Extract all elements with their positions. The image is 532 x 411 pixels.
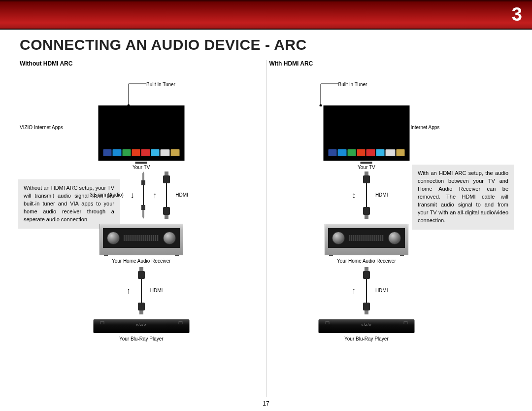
svg-rect-4 [141, 180, 145, 185]
column-with-arc: With HDMI ARC Built-in Tuner VIZIO Inter… [269, 60, 513, 397]
label-receiver: Your Home Audio Receiver [112, 258, 171, 264]
column-without-arc: Without HDMI ARC Built-in Tuner VIZIO In… [20, 60, 263, 397]
bluray-logo: vizio [361, 322, 371, 327]
svg-rect-14 [139, 267, 143, 271]
page-number: 17 [263, 400, 269, 407]
hdmi-cable-icon [361, 171, 372, 219]
label-bluray: Your Blu-Ray Player [119, 336, 164, 342]
arrow-up-icon: ↑ [153, 191, 157, 200]
arrow-down-icon: ↓ [130, 191, 134, 200]
svg-rect-30 [365, 310, 368, 314]
cable-hdmi-arc: ↕ HDMI [361, 171, 372, 219]
label-hdmi: HDMI [150, 288, 163, 293]
svg-rect-10 [163, 175, 170, 183]
svg-rect-25 [365, 215, 368, 219]
label-35mm: 3.5 mm (Audio) [90, 192, 123, 198]
diagram-right: Built-in Tuner VIZIO Internet Apps Your … [269, 72, 513, 397]
receiver-buttons [124, 235, 159, 241]
diagram-left: Built-in Tuner VIZIO Internet Apps [20, 72, 263, 397]
app-chip [151, 149, 159, 156]
knob-icon [107, 232, 120, 244]
cable-35mm: ↓ 3.5 mm (Audio) [139, 171, 148, 219]
label-your-tv: Your TV [358, 165, 375, 170]
app-chip [171, 149, 179, 156]
arrow-updown-icon: ↕ [352, 191, 356, 200]
app-chip [132, 149, 140, 156]
app-chip [113, 149, 121, 156]
info-textbox-right: With an HDMI ARC setup, the audio connec… [412, 165, 514, 230]
svg-rect-2 [142, 173, 144, 180]
header-banner: 3 [0, 0, 532, 30]
label-hdmi: HDMI [375, 192, 388, 198]
app-dock [103, 149, 179, 157]
svg-rect-21 [365, 171, 368, 175]
callout-builtin-tuner: Built-in Tuner [146, 82, 175, 87]
bluray-port [178, 321, 182, 324]
cable-group-tv-receiver: ↕ HDMI [361, 171, 372, 219]
subheading-left: Without HDMI ARC [20, 60, 263, 67]
svg-rect-12 [163, 207, 170, 215]
callout-label: VIZIO Internet Apps [20, 125, 63, 130]
svg-rect-6 [141, 205, 145, 210]
hdmi-cable-icon [361, 267, 372, 314]
cable-group-receiver-bluray: ↑ HDMI [361, 267, 372, 314]
bluray-port [100, 321, 104, 324]
callout-builtin-tuner: Built-in Tuner [338, 82, 367, 87]
svg-point-19 [319, 104, 322, 107]
app-dock [328, 149, 404, 157]
column-divider [266, 60, 266, 397]
receiver-graphic [100, 224, 183, 255]
label-receiver: Your Home Audio Receiver [337, 258, 396, 264]
callout-label: Built-in Tuner [146, 82, 175, 87]
hdmi-cable-icon [161, 171, 172, 219]
svg-rect-18 [139, 310, 143, 314]
svg-rect-9 [165, 171, 168, 175]
label-your-tv: Your TV [133, 165, 150, 170]
svg-rect-24 [363, 207, 370, 215]
app-chip [103, 149, 111, 156]
svg-rect-17 [138, 303, 145, 310]
arrow-up-icon: ↑ [352, 287, 356, 295]
app-chip [122, 149, 131, 156]
cable-group-receiver-bluray: ↑ HDMI [135, 267, 147, 314]
cable-group-tv-receiver: ↓ 3.5 mm (Audio) ↑ HDMI [139, 171, 172, 219]
bluray-logo: vizio [136, 322, 146, 327]
cable-hdmi: ↑ HDMI [135, 267, 147, 314]
receiver-graphic [325, 224, 408, 255]
bluray-graphic: vizio [93, 319, 189, 333]
app-chip [141, 149, 150, 156]
cable-hdmi-up: ↑ HDMI [161, 171, 172, 219]
svg-marker-8 [142, 217, 144, 219]
hdmi-cable-icon [135, 267, 147, 314]
tv-stand [135, 162, 147, 164]
label-hdmi: HDMI [175, 192, 188, 198]
label-bluray: Your Blu-Ray Player [344, 336, 389, 342]
info-textbox-left: Without an HDMI ARC setup, your TV will … [18, 179, 120, 229]
leader-line-icon [127, 83, 146, 106]
svg-rect-22 [363, 175, 370, 183]
svg-rect-29 [363, 303, 370, 310]
knob-icon [163, 232, 176, 244]
tv-graphic [323, 105, 409, 161]
cable-hdmi: ↑ HDMI [361, 267, 372, 314]
chapter-number: 3 [512, 4, 522, 25]
bluray-graphic: vizio [318, 319, 414, 333]
label-hdmi: HDMI [375, 288, 388, 293]
svg-rect-27 [363, 271, 370, 279]
svg-rect-13 [165, 215, 168, 219]
svg-rect-7 [142, 210, 144, 217]
tv-graphic [98, 105, 184, 161]
svg-rect-15 [138, 271, 145, 279]
page-title: CONNECTING AN AUDIO DEVICE - ARC [20, 36, 532, 53]
svg-rect-26 [365, 267, 368, 271]
audio-jack-icon [139, 171, 148, 219]
leader-line-icon [319, 83, 338, 106]
svg-marker-3 [142, 171, 144, 173]
app-chip [161, 149, 170, 156]
arrow-up-icon: ↑ [127, 287, 131, 295]
callout-label: Built-in Tuner [338, 82, 367, 87]
subheading-right: With HDMI ARC [269, 60, 513, 67]
